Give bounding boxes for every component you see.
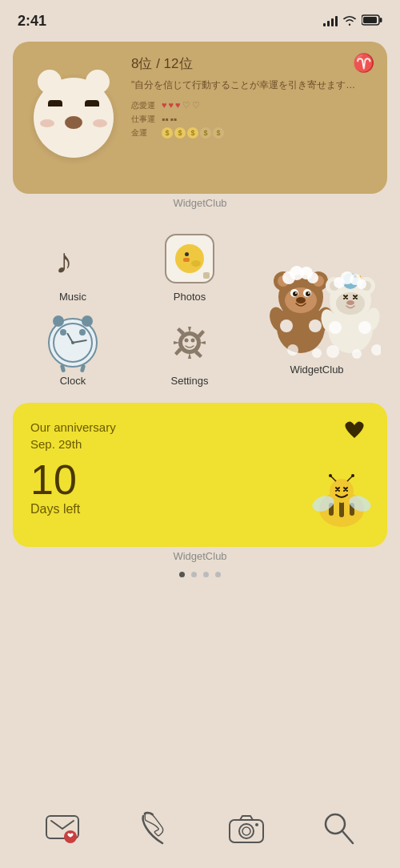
fortune-widget[interactable]: 8位 / 12位 ♈ "自分を信じて行動することが幸運を引き寄せます… 恋愛運 … (13, 42, 387, 194)
countdown-title: Our anniversary Sep. 29th (30, 419, 370, 452)
status-icons (323, 14, 382, 28)
page-dot-3 (203, 572, 209, 577)
svg-point-53 (191, 339, 195, 343)
fortune-rows: 恋愛運 ♥ ♥ ♥ ♡ ♡ 仕事運 ▪▪ ▪▪ □□ □□ □□ (131, 100, 374, 139)
wifi-icon (342, 14, 357, 28)
photos-icon (162, 231, 217, 286)
svg-point-13 (293, 291, 298, 296)
status-bar: 2:41 (0, 0, 400, 35)
fortune-quote: "自分を信じて行動することが幸運を引き寄せます… (131, 78, 374, 92)
countdown-bee (306, 473, 370, 529)
svg-point-24 (280, 319, 293, 332)
battery-icon (362, 14, 382, 28)
page-dot-4 (215, 572, 221, 577)
signal-bars-icon (323, 15, 338, 26)
svg-rect-1 (380, 18, 382, 22)
countdown-heart-icon (342, 420, 366, 446)
svg-line-59 (331, 476, 336, 481)
countdown-widget[interactable]: Our anniversary Sep. 29th 10 Days left (13, 403, 387, 547)
fortune-sign: ♈ (353, 53, 374, 74)
bears-image (253, 239, 381, 364)
messages-icon (41, 807, 84, 850)
status-time: 2:41 (18, 13, 46, 30)
app-item-settings[interactable]: Settings (133, 307, 246, 392)
fortune-row-work: 仕事運 ▪▪ ▪▪ □□ □□ □□ (131, 114, 374, 125)
svg-line-61 (347, 476, 352, 481)
fortune-row-money: 金運 $ $ $ $ $ (131, 127, 374, 139)
dock-item-phone[interactable] (133, 807, 176, 850)
svg-point-47 (326, 345, 339, 358)
dock-item-search[interactable] (317, 807, 360, 850)
app-item-music[interactable]: ♪ Music (16, 223, 130, 307)
fortune-content: 8位 / 12位 ♈ "自分を信じて行動することが幸運を引き寄せます… 恋愛運 … (131, 53, 374, 183)
svg-text:♪: ♪ (55, 241, 73, 279)
svg-point-40 (357, 279, 366, 289)
app-item-widgetclub[interactable]: WidgetClub (250, 223, 384, 392)
fortune-rank: 8位 / 12位 ♈ (131, 53, 374, 74)
svg-point-45 (287, 344, 298, 356)
svg-point-15 (295, 292, 297, 294)
work-icons: ▪▪ ▪▪ □□ □□ □□ (162, 114, 217, 125)
svg-point-46 (312, 348, 322, 358)
svg-line-72 (342, 831, 353, 843)
photos-label: Photos (174, 291, 206, 303)
svg-rect-2 (363, 17, 377, 23)
fortune-bear (26, 53, 122, 183)
app-item-photos[interactable]: Photos (133, 223, 246, 307)
fortune-widget-label: WidgetClub (0, 197, 400, 209)
svg-point-44 (358, 321, 371, 334)
camera-icon (225, 807, 268, 850)
svg-point-36 (346, 300, 354, 305)
countdown-widget-label: WidgetClub (0, 550, 400, 562)
page-dots (0, 572, 400, 577)
page-dot-1 (179, 572, 185, 577)
music-label: Music (59, 291, 86, 303)
app-item-clock[interactable]: Clock (16, 307, 130, 392)
dock (0, 796, 400, 868)
fortune-row-love: 恋愛運 ♥ ♥ ♥ ♡ ♡ (131, 100, 374, 111)
bear-face (34, 78, 114, 158)
svg-point-48 (352, 349, 362, 359)
svg-point-60 (329, 474, 332, 477)
search-icon (317, 807, 360, 850)
widgetclub-label: WidgetClub (290, 364, 343, 376)
svg-point-14 (306, 291, 310, 296)
money-icons: $ $ $ $ $ (162, 127, 224, 139)
app-grid: ♪ Music Photos (0, 217, 400, 398)
love-hearts: ♥ ♥ ♥ ♡ ♡ (162, 100, 200, 111)
svg-point-16 (308, 292, 310, 294)
svg-point-68 (239, 824, 254, 838)
svg-point-69 (242, 827, 250, 835)
clock-icon (46, 315, 100, 370)
music-icon: ♪ (46, 231, 100, 286)
page-dot-2 (191, 572, 197, 577)
settings-icon (162, 315, 217, 370)
svg-point-62 (351, 474, 354, 477)
svg-point-25 (309, 319, 322, 332)
dock-item-camera[interactable] (225, 807, 268, 850)
svg-point-21 (307, 272, 318, 283)
svg-point-17 (296, 297, 306, 303)
svg-point-52 (185, 339, 189, 343)
dock-item-messages[interactable] (41, 807, 84, 850)
settings-label: Settings (171, 375, 209, 387)
svg-point-70 (255, 823, 258, 826)
svg-point-49 (371, 344, 381, 356)
clock-label: Clock (60, 375, 86, 387)
svg-point-43 (329, 321, 342, 334)
phone-icon (133, 807, 176, 850)
